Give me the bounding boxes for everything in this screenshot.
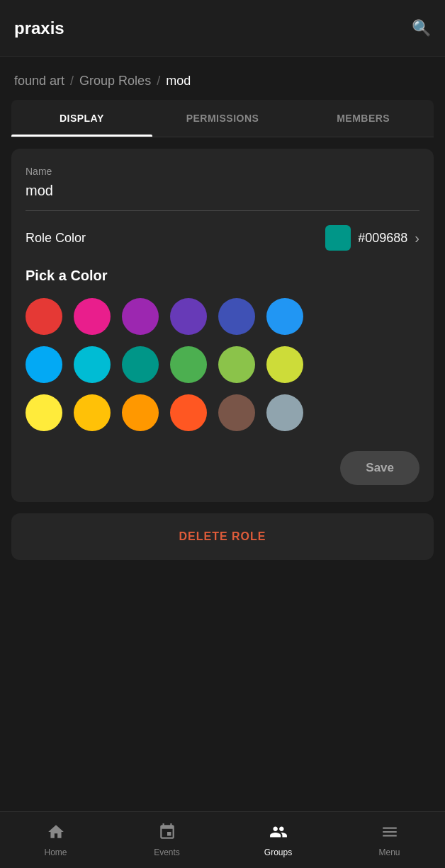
delete-role-button[interactable]: DELETE ROLE bbox=[179, 530, 266, 543]
name-label: Name bbox=[26, 166, 419, 177]
header: praxis 🔍 bbox=[0, 0, 445, 57]
color-light-blue[interactable] bbox=[26, 346, 62, 383]
nav-home[interactable]: Home bbox=[0, 812, 111, 868]
app-logo: praxis bbox=[14, 18, 64, 38]
role-color-picker[interactable]: #009688 › bbox=[325, 225, 419, 251]
nav-menu-label: Menu bbox=[378, 847, 400, 857]
chevron-right-icon: › bbox=[415, 230, 419, 246]
color-purple[interactable] bbox=[122, 298, 159, 335]
home-icon bbox=[47, 823, 65, 844]
color-blue-grey[interactable] bbox=[266, 394, 303, 431]
color-deep-orange[interactable] bbox=[170, 394, 207, 431]
nav-events[interactable]: Events bbox=[111, 812, 222, 868]
name-value[interactable]: mod bbox=[26, 183, 419, 211]
menu-icon bbox=[381, 823, 399, 844]
color-grid bbox=[26, 298, 419, 431]
tab-display[interactable]: DISPLAY bbox=[11, 100, 152, 137]
groups-icon bbox=[269, 823, 288, 844]
color-indigo[interactable] bbox=[218, 298, 255, 335]
color-lime[interactable] bbox=[266, 346, 303, 383]
breadcrumb-sep1: / bbox=[70, 74, 74, 88]
color-brown[interactable] bbox=[218, 394, 255, 431]
breadcrumb-section[interactable]: Group Roles bbox=[79, 74, 151, 88]
tab-permissions[interactable]: PERMISSIONS bbox=[152, 100, 293, 137]
breadcrumb: found art / Group Roles / mod bbox=[0, 57, 445, 100]
role-color-label: Role Color bbox=[26, 231, 86, 246]
events-icon bbox=[158, 823, 176, 844]
color-pink[interactable] bbox=[74, 298, 111, 335]
color-green[interactable] bbox=[170, 346, 207, 383]
nav-groups[interactable]: Groups bbox=[222, 812, 334, 868]
color-cyan[interactable] bbox=[74, 346, 111, 383]
nav-home-label: Home bbox=[44, 847, 67, 857]
color-light-green[interactable] bbox=[218, 346, 255, 383]
color-deep-purple[interactable] bbox=[170, 298, 207, 335]
color-orange[interactable] bbox=[122, 394, 159, 431]
color-red[interactable] bbox=[26, 298, 62, 335]
delete-role-section: DELETE ROLE bbox=[11, 513, 434, 560]
save-btn-row: Save bbox=[26, 451, 419, 485]
pick-color-title: Pick a Color bbox=[26, 268, 419, 284]
color-row-3 bbox=[26, 394, 419, 431]
display-card: Name mod Role Color #009688 › Pick a Col… bbox=[11, 149, 434, 502]
role-color-hex: #009688 bbox=[358, 231, 407, 246]
color-yellow[interactable] bbox=[26, 394, 62, 431]
breadcrumb-group[interactable]: found art bbox=[14, 74, 64, 88]
role-color-row: Role Color #009688 › bbox=[26, 225, 419, 251]
color-teal[interactable] bbox=[122, 346, 159, 383]
save-button[interactable]: Save bbox=[340, 451, 419, 485]
tab-members[interactable]: MEMBERS bbox=[293, 100, 434, 137]
color-amber[interactable] bbox=[74, 394, 111, 431]
role-color-swatch bbox=[325, 225, 351, 251]
tabs: DISPLAY PERMISSIONS MEMBERS bbox=[11, 100, 434, 137]
color-row-1 bbox=[26, 298, 419, 335]
nav-groups-label: Groups bbox=[264, 847, 292, 857]
nav-menu[interactable]: Menu bbox=[334, 812, 445, 868]
bottom-nav: Home Events Groups Menu bbox=[0, 811, 445, 868]
nav-events-label: Events bbox=[154, 847, 180, 857]
color-blue[interactable] bbox=[266, 298, 303, 335]
color-row-2 bbox=[26, 346, 419, 383]
breadcrumb-sep2: / bbox=[157, 74, 160, 88]
search-icon[interactable]: 🔍 bbox=[412, 19, 431, 38]
breadcrumb-current: mod bbox=[166, 74, 191, 88]
